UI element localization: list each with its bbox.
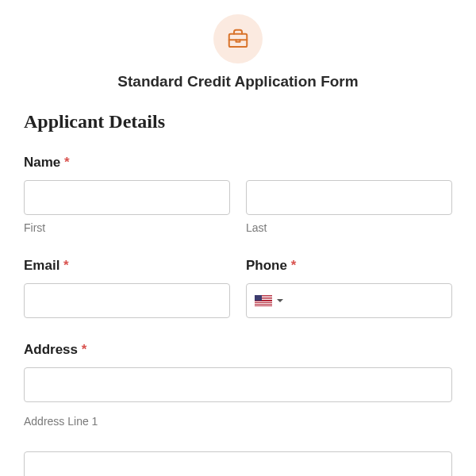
email-label: Email * — [24, 258, 230, 274]
required-marker: * — [64, 155, 70, 170]
address-label: Address * — [24, 342, 452, 358]
briefcase-icon — [226, 27, 250, 51]
address-line1-input[interactable] — [24, 367, 452, 402]
phone-label: Phone * — [246, 258, 452, 274]
required-marker: * — [82, 342, 87, 357]
us-flag-icon[interactable] — [255, 295, 272, 306]
first-name-sublabel: First — [24, 221, 230, 234]
form-icon-badge — [213, 14, 263, 63]
last-name-input[interactable] — [246, 180, 452, 215]
address-line2-input[interactable] — [24, 451, 452, 476]
last-name-sublabel: Last — [246, 221, 452, 234]
name-label: Name * — [24, 155, 452, 171]
phone-input[interactable] — [246, 283, 452, 318]
email-input[interactable] — [24, 283, 230, 318]
section-heading: Applicant Details — [24, 111, 452, 132]
address-line1-sublabel: Address Line 1 — [24, 415, 452, 428]
form-title: Standard Credit Application Form — [24, 73, 452, 90]
chevron-down-icon[interactable] — [277, 299, 283, 302]
first-name-input[interactable] — [24, 180, 230, 215]
required-marker: * — [63, 258, 69, 273]
required-marker: * — [291, 258, 297, 273]
